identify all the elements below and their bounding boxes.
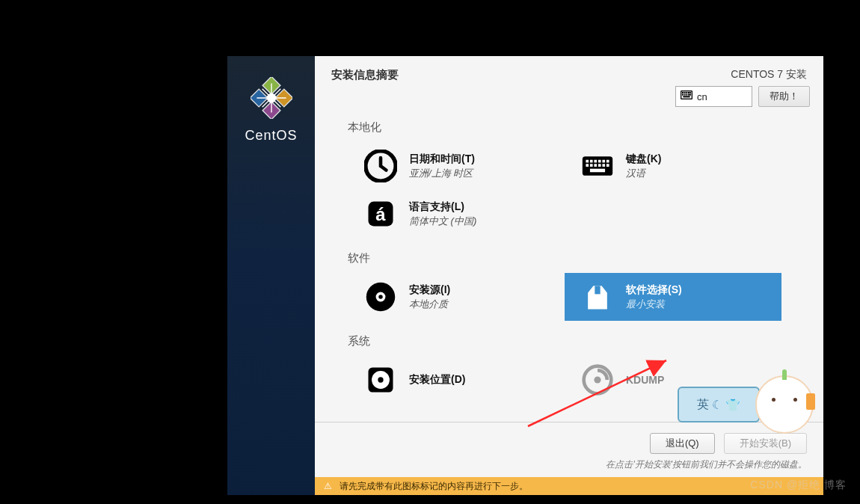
- begin-install-button[interactable]: 开始安装(B): [724, 433, 807, 454]
- keyboard-icon: [681, 90, 692, 103]
- mascot-overlay: 英 ☾ 👕: [678, 378, 823, 431]
- svg-rect-27: [594, 164, 597, 167]
- page-title: 安装信息摘要: [331, 68, 399, 82]
- svg-rect-30: [606, 164, 609, 167]
- header: 安装信息摘要 CENTOS 7 安装 cn 帮助！: [315, 56, 823, 107]
- svg-rect-8: [684, 92, 686, 93]
- svg-point-40: [378, 377, 383, 382]
- moon-icon: ☾: [712, 398, 722, 412]
- category-localization: 本地化: [348, 120, 823, 135]
- centos-brand-text: CentOS: [245, 128, 297, 144]
- warning-bar: ⚠ 请先完成带有此图标标记的内容再进行下一步。: [315, 477, 823, 495]
- install-label: CENTOS 7 安装: [731, 68, 807, 82]
- spoke-keyboard[interactable]: 键盘(K) 汉语: [565, 142, 781, 190]
- language-icon: á: [364, 197, 397, 230]
- keyboard-layout-value: cn: [697, 91, 707, 102]
- spoke-install-source[interactable]: 安装源(I) 本地介质: [348, 273, 565, 321]
- keyboard-layout-selector[interactable]: cn: [675, 86, 752, 107]
- svg-rect-21: [594, 160, 597, 163]
- svg-point-36: [378, 295, 383, 299]
- svg-rect-28: [598, 164, 601, 167]
- svg-point-42: [594, 376, 601, 383]
- disk-icon: [364, 363, 397, 396]
- spoke-language[interactable]: á 语言支持(L) 简体中文 (中国): [348, 190, 565, 238]
- svg-rect-24: [606, 160, 609, 163]
- svg-rect-25: [586, 164, 589, 167]
- svg-rect-16: [683, 96, 689, 97]
- svg-text:á: á: [375, 204, 386, 224]
- svg-rect-31: [590, 169, 605, 173]
- svg-rect-29: [602, 164, 605, 167]
- installer-window: CentOS 安装信息摘要 CENTOS 7 安装 cn 帮助！: [227, 56, 823, 495]
- help-button[interactable]: 帮助！: [758, 86, 810, 107]
- svg-rect-11: [689, 92, 691, 93]
- svg-rect-19: [586, 160, 589, 163]
- svg-rect-10: [688, 92, 689, 93]
- svg-rect-14: [686, 94, 687, 96]
- sidebar: CentOS: [227, 56, 315, 495]
- quit-button[interactable]: 退出(Q): [650, 433, 715, 454]
- clock-icon: [364, 150, 397, 182]
- svg-rect-9: [686, 92, 687, 93]
- svg-rect-26: [590, 164, 593, 167]
- svg-rect-22: [598, 160, 601, 163]
- mascot-face: [755, 375, 814, 434]
- shirt-icon: 👕: [725, 398, 740, 412]
- categories: 本地化 日期和时间(T) 亚洲/上海 时区 键盘(K): [315, 107, 823, 422]
- svg-rect-13: [684, 94, 686, 96]
- disc-icon: [364, 280, 397, 313]
- svg-rect-12: [682, 94, 684, 96]
- warning-icon: ⚠: [324, 481, 332, 491]
- spoke-datetime[interactable]: 日期和时间(T) 亚洲/上海 时区: [348, 142, 565, 190]
- svg-rect-20: [590, 160, 593, 163]
- svg-rect-15: [688, 94, 691, 96]
- spoke-software-selection[interactable]: 软件选择(S) 最小安装: [565, 273, 781, 321]
- category-software: 软件: [348, 251, 823, 265]
- main-content: 安装信息摘要 CENTOS 7 安装 cn 帮助！ 本地化: [315, 56, 823, 495]
- svg-rect-37: [595, 286, 600, 294]
- warning-text: 请先完成带有此图标标记的内容再进行下一步。: [340, 480, 528, 493]
- spoke-install-destination[interactable]: 安装位置(D): [348, 356, 565, 404]
- package-icon: [581, 280, 614, 313]
- footer-disclaimer: 在点击'开始安装'按钮前我们并不会操作您的磁盘。: [606, 458, 807, 471]
- svg-rect-23: [602, 160, 605, 163]
- category-system: 系统: [348, 334, 823, 348]
- watermark: CSDN @拒绝 博客: [750, 479, 847, 492]
- keyboard-icon: [581, 150, 614, 182]
- mascot-bubble: 英 ☾ 👕: [678, 387, 760, 422]
- centos-logo-icon: [251, 77, 292, 122]
- kdump-icon: [581, 363, 614, 396]
- svg-rect-7: [682, 92, 684, 93]
